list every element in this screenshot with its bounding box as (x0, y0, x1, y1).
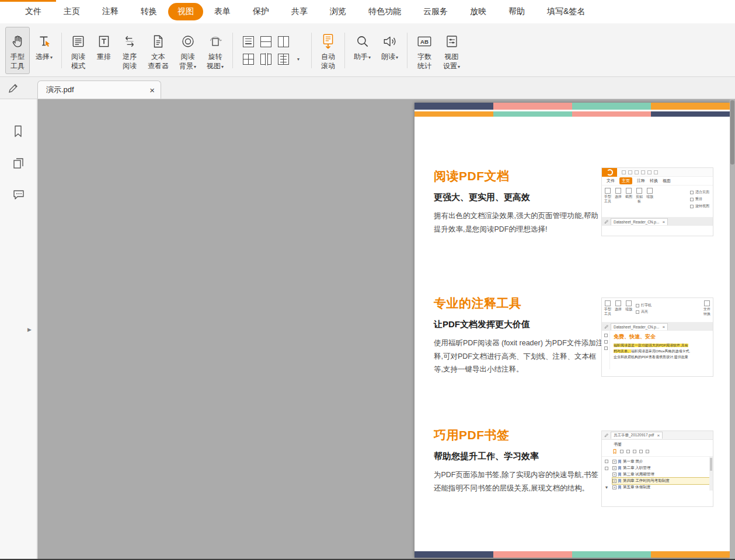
menu-fill-sign[interactable]: 填写&签名 (536, 3, 596, 20)
pages-panel-button[interactable] (12, 157, 25, 172)
menu-protect[interactable]: 保护 (242, 3, 280, 20)
menu-home[interactable]: 主页 (53, 3, 91, 20)
menu-form[interactable]: 表单 (203, 3, 242, 20)
mini-scrollbar (709, 457, 713, 491)
scrollbar-thumb[interactable] (730, 100, 734, 164)
ribbon-separator (232, 33, 233, 68)
pencil-icon (604, 219, 609, 224)
section-annotation-tools: 专业的注释工具 让PDF文档发挥更大价值 使用福昕PDF阅读器 (foxit r… (434, 295, 605, 376)
mini-icon (605, 467, 608, 470)
mini-tool: 手型 工具 (604, 188, 611, 216)
chevron-down-icon: ▾ (194, 64, 196, 69)
mini-icon (622, 170, 626, 174)
document-canvas[interactable]: 阅读PDF文档 更强大、更实用、更高效 拥有出色的文档渲染效果,强大的页面管理功… (37, 99, 735, 559)
highlighted-text: 档与表单。 (614, 349, 631, 353)
mini-icon (633, 450, 636, 453)
highlighted-text: 福昕阅读器是一款功能强大的PDF阅读软件,具有 (614, 344, 688, 347)
document-tab-bar: 演示.pdf × (0, 77, 735, 99)
document-tab[interactable]: 演示.pdf × (37, 80, 161, 99)
book-view-icon[interactable] (278, 54, 289, 65)
mini-menu-item: 视图 (663, 178, 671, 184)
assistant-button[interactable]: 助手▾ (349, 27, 375, 74)
chevron-down-icon: ▾ (396, 55, 398, 60)
view-settings-icon (444, 32, 459, 51)
assistant-label: 助手 (354, 52, 368, 61)
mini-menu-item: 转换 (650, 178, 658, 184)
section-title: 巧用PDF书签 (434, 427, 605, 443)
chevron-down-icon[interactable]: ▾ (297, 57, 299, 62)
read-aloud-button[interactable]: 朗读▾ (377, 27, 403, 74)
continuous-facing-view-icon[interactable] (243, 54, 254, 65)
mini-heading: 免费、快速、安全 (614, 333, 709, 341)
single-page-view-icon[interactable] (243, 36, 254, 47)
word-count-icon: AB (416, 32, 433, 51)
select-text-icon (37, 32, 52, 51)
read-background-icon (180, 32, 196, 51)
text-viewer-button[interactable]: 文本 查看器 (143, 27, 173, 74)
view-settings-button[interactable]: 视图 设置▾ (438, 27, 465, 74)
hand-tool-button[interactable]: 手型 工具 (5, 27, 30, 74)
section-title: 阅读PDF文档 (434, 168, 605, 184)
annotation-screenshot-thumbnail: 手型 工具 选择 缩放 打字机 高亮 文件 转换 Datasheet_Reade… (601, 298, 713, 377)
continuous-view-icon[interactable] (260, 36, 271, 47)
rotate-view-label: 旋转 视图 (207, 52, 222, 70)
ribbon-toolbar: 手型 工具 选择▾ 阅读 模式 重排 逆序 阅读 (0, 23, 735, 77)
panel-expand-arrow[interactable]: ▶ (27, 327, 32, 332)
comments-panel-button[interactable] (12, 189, 25, 203)
menu-convert[interactable]: 转换 (130, 3, 168, 20)
select-tool-button[interactable]: 选择▾ (31, 27, 57, 74)
menu-share[interactable]: 共享 (280, 3, 319, 20)
menu-comment[interactable]: 注释 (91, 3, 130, 20)
speaker-icon (382, 32, 398, 51)
reflow-label: 重排 (97, 52, 111, 62)
close-icon[interactable]: × (149, 86, 155, 94)
read-background-button[interactable]: 阅读 背景▾ (175, 27, 201, 74)
bookmark-panel-button[interactable] (12, 125, 24, 140)
mini-menu-item-active: 主页 (619, 177, 632, 184)
reader-screenshot-thumbnail: 文件 主页 注释 转换 视图 手型 工具 选择 截图 剪贴 板 缩放 适合页面 (601, 167, 713, 236)
read-mode-label: 阅读 模式 (71, 52, 85, 71)
reflow-button[interactable]: 重排 (92, 27, 116, 74)
menu-help[interactable]: 帮助 (497, 3, 536, 20)
mini-tool: 选择 (615, 300, 622, 321)
mini-icon (647, 170, 652, 174)
mini-convert-tool: 文件 转换 (703, 300, 710, 321)
menu-view[interactable]: 视图 (168, 3, 203, 20)
menu-file[interactable]: 文件 (14, 3, 53, 20)
section-body: 使用福昕PDF阅读器 (foxit reader) 为PDF文件添加注释,可对P… (434, 337, 605, 376)
mini-tool: 缩放 (646, 188, 653, 216)
mini-icon (641, 170, 645, 174)
text-viewer-label: 文本 查看器 (148, 52, 169, 71)
vertical-scrollbar[interactable] (730, 99, 735, 559)
mini-icon (604, 340, 608, 344)
menu-present[interactable]: 放映 (459, 3, 497, 20)
mini-tab-bar: Datasheet_Reader_CN.p...× (602, 218, 713, 226)
reverse-read-button[interactable]: 逆序 阅读 (117, 27, 142, 74)
word-count-button[interactable]: AB 字数 统计 (412, 27, 437, 74)
menu-features[interactable]: 特色功能 (357, 3, 412, 20)
facing-view-icon[interactable] (278, 36, 289, 47)
mini-toolbar: 手型 工具 选择 缩放 打字机 高亮 文件 转换 (602, 298, 713, 323)
mini-icon (605, 460, 608, 463)
mini-tool: 剪贴 板 (636, 188, 643, 216)
rotate-view-button[interactable]: 旋转 视图▾ (202, 27, 228, 74)
pencil-icon[interactable] (8, 82, 19, 96)
menu-cloud[interactable]: 云服务 (412, 3, 459, 20)
select-tool-label: 选择 (36, 52, 50, 61)
read-mode-button[interactable]: 阅读 模式 (66, 27, 90, 74)
auto-scroll-button[interactable]: 自动 滚动 (316, 27, 340, 74)
mini-tool: 选择 (615, 188, 622, 216)
mini-icon (604, 346, 608, 350)
svg-text:AB: AB (420, 38, 429, 45)
mini-icon (654, 170, 658, 174)
bookmark-item-highlighted: +第四章 工作时间与考勤制度 (612, 478, 709, 484)
view-settings-label: 视图 设置 (443, 52, 459, 70)
section-subtitle: 让PDF文档发挥更大价值 (434, 319, 605, 330)
mini-tool: 缩放 (625, 300, 632, 321)
menu-browse[interactable]: 浏览 (319, 3, 357, 20)
mini-icon (646, 450, 649, 453)
pencil-icon (604, 433, 609, 438)
hand-icon (10, 32, 25, 51)
main-area: ▶ 阅读PDF文档 更强大、更实用、更高效 拥有出色的文档渲染效果,强大的页面管… (0, 99, 735, 559)
split-view-icon[interactable] (260, 54, 271, 65)
